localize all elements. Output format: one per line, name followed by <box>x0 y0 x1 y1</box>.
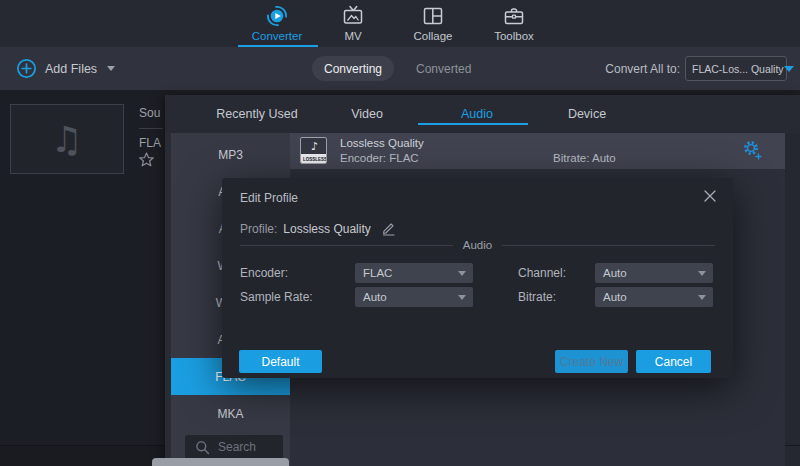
gear-plus-icon[interactable] <box>742 138 764 162</box>
format-search <box>185 435 283 459</box>
profile-name-label: Profile: <box>240 222 277 236</box>
bitrate-select[interactable]: Auto <box>595 287 713 307</box>
dialog-title: Edit Profile <box>240 191 298 205</box>
tab-converted[interactable]: Converted <box>406 47 481 90</box>
profile-name-row: Profile: Lossless Quality <box>240 221 396 236</box>
add-files-label: Add Files <box>45 62 97 76</box>
profile-encoder: Encoder: FLAC <box>340 152 419 164</box>
profile-name-value: Lossless Quality <box>283 222 370 236</box>
converter-icon <box>265 4 289 28</box>
active-tab-underline <box>418 123 528 125</box>
sidebar-item-mka[interactable]: MKA <box>171 395 290 432</box>
app-window: Converter MV Collage <box>0 0 800 466</box>
lossless-badge-icon: ♪ LOSSLESS <box>300 137 327 164</box>
panel-scrollbar-track[interactable] <box>785 133 800 466</box>
sample-rate-label: Sample Rate: <box>240 287 313 307</box>
edit-pencil-icon[interactable] <box>381 221 396 236</box>
file-thumbnail: ♫ <box>10 104 124 174</box>
nav-label: Toolbox <box>494 30 534 42</box>
toolbar: Add Files Converting Converted Convert A… <box>0 47 800 90</box>
chevron-down-icon <box>698 295 706 300</box>
chevron-down-icon <box>698 271 706 276</box>
format-tabbar: Recently Used Video Audio Device <box>165 95 800 133</box>
toolbox-icon <box>502 4 526 28</box>
tab-audio[interactable]: Audio <box>422 95 532 133</box>
badge-text: LOSSLESS <box>303 156 327 161</box>
default-button[interactable]: Default <box>239 350 322 373</box>
nav-label: Collage <box>414 30 453 42</box>
bitrate-label: Bitrate: <box>518 287 556 307</box>
profile-title: Lossless Quality <box>340 137 424 149</box>
channel-value: Auto <box>603 263 627 283</box>
tab-device[interactable]: Device <box>532 95 642 133</box>
tab-recently-used[interactable]: Recently Used <box>202 95 312 133</box>
nav-label: Converter <box>252 30 303 42</box>
encoder-select[interactable]: FLAC <box>355 263 473 283</box>
plus-circle-icon <box>16 58 37 79</box>
mv-icon <box>341 4 365 28</box>
nav-label: MV <box>344 30 361 42</box>
search-input[interactable] <box>218 440 276 454</box>
music-note-icon: ♫ <box>51 119 83 160</box>
star-icon[interactable] <box>139 152 154 167</box>
nav-item-toolbox[interactable]: Toolbox <box>469 4 559 47</box>
nav-item-mv[interactable]: MV <box>308 4 398 47</box>
bitrate-value: Auto <box>603 287 627 307</box>
top-nav: Converter MV Collage <box>0 0 800 47</box>
chevron-down-icon <box>107 66 115 71</box>
nav-item-collage[interactable]: Collage <box>388 4 478 47</box>
sample-rate-value: Auto <box>363 287 387 307</box>
workspace-bottom-strip <box>0 445 165 466</box>
tab-converting[interactable]: Converting <box>312 56 394 81</box>
badge-note-glyph: ♪ <box>301 138 327 155</box>
channel-select[interactable]: Auto <box>595 263 713 283</box>
file-source-text: Sou <box>139 106 160 120</box>
sample-rate-select[interactable]: Auto <box>355 287 473 307</box>
section-title: Audio <box>453 239 502 251</box>
cancel-button[interactable]: Cancel <box>636 350 711 373</box>
chevron-down-icon <box>784 66 794 72</box>
profile-row-lossless[interactable]: ♪ LOSSLESS Lossless Quality Encoder: FLA… <box>290 133 785 169</box>
convert-all-value: FLAC-Los... Quality <box>692 63 784 75</box>
create-new-button[interactable]: Create New <box>555 350 628 373</box>
convert-all-dropdown[interactable]: FLAC-Los... Quality <box>685 56 787 81</box>
convert-all-label: Convert All to: <box>605 47 680 90</box>
tab-video[interactable]: Video <box>312 95 422 133</box>
search-icon <box>195 440 210 455</box>
chevron-down-icon <box>458 271 466 276</box>
divider <box>785 445 800 446</box>
close-icon[interactable] <box>701 187 719 205</box>
chevron-down-icon <box>458 295 466 300</box>
collage-icon <box>421 4 445 28</box>
audio-section-divider: Audio <box>240 238 715 252</box>
add-files-button[interactable]: Add Files <box>16 47 115 90</box>
encoder-value: FLAC <box>363 263 392 283</box>
divider <box>139 128 163 129</box>
file-format-text: FLA <box>139 136 161 150</box>
horizontal-scrollbar[interactable] <box>152 458 289 466</box>
encoder-label: Encoder: <box>240 263 288 283</box>
sidebar-item-mp3[interactable]: MP3 <box>171 136 290 173</box>
profile-bitrate: Bitrate: Auto <box>553 152 616 164</box>
edit-profile-dialog: Edit Profile Profile: Lossless Quality A… <box>222 178 733 378</box>
file-list-area: ♫ Sou FLA <box>0 90 165 466</box>
channel-label: Channel: <box>518 263 566 283</box>
